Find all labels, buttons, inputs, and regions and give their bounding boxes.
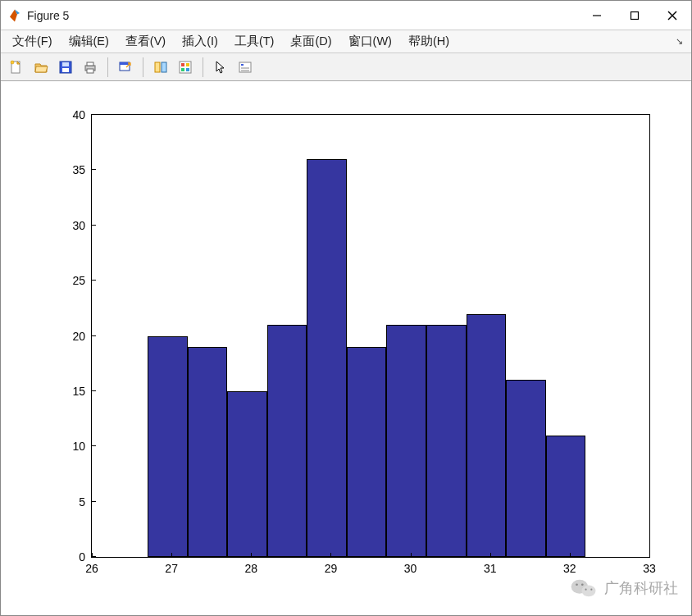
menu-desktop[interactable]: 桌面(D) [282, 32, 339, 51]
svg-point-27 [581, 586, 595, 597]
y-tick [91, 335, 96, 336]
x-tick [92, 553, 93, 558]
y-tick-label: 10 [72, 440, 92, 453]
window-controls [578, 1, 691, 30]
pointer-icon[interactable] [210, 57, 231, 78]
svg-point-29 [581, 583, 584, 586]
y-tick [91, 390, 96, 391]
menu-bar: 文件(F) 编辑(E) 查看(V) 插入(I) 工具(T) 桌面(D) 窗口(W… [1, 30, 691, 53]
chart-bars [92, 115, 649, 557]
matlab-icon [7, 8, 22, 23]
chart-bar [386, 325, 426, 557]
figure-canvas[interactable]: 0510152025303540 2627282930313233 广角科研社 [1, 81, 691, 615]
svg-rect-1 [631, 11, 639, 19]
x-tick [411, 553, 412, 558]
menu-insert[interactable]: 插入(I) [174, 32, 226, 51]
y-tick-label: 35 [72, 163, 92, 176]
x-tick [490, 553, 491, 558]
figure-window: Figure 5 文件(F) 编辑(E) 查看(V) 插入(I) 工具(T) 桌… [0, 0, 692, 616]
y-tick-label: 15 [72, 385, 92, 398]
svg-point-30 [585, 589, 586, 591]
svg-rect-9 [62, 68, 69, 72]
svg-rect-16 [162, 62, 166, 72]
y-tick-label: 40 [72, 108, 92, 121]
link-brush-icon[interactable] [150, 57, 171, 78]
y-tick [91, 114, 96, 115]
svg-rect-20 [181, 68, 184, 71]
chart-bar [267, 325, 307, 557]
title-bar-left: Figure 5 [7, 8, 69, 23]
chart-axes: 0510152025303540 2627282930313233 [91, 114, 650, 558]
x-tick-label: 26 [85, 557, 98, 575]
title-bar: Figure 5 [1, 1, 691, 30]
x-tick [570, 553, 571, 558]
x-tick-label: 29 [325, 557, 338, 575]
chart-bar [148, 336, 188, 558]
menu-window[interactable]: 窗口(W) [340, 32, 400, 51]
menu-file[interactable]: 文件(F) [4, 32, 61, 51]
menu-help[interactable]: 帮助(H) [400, 32, 458, 51]
toolbar-separator [107, 57, 108, 77]
chart-bar [307, 159, 347, 557]
svg-point-6 [11, 61, 14, 64]
save-icon[interactable] [55, 57, 76, 78]
x-tick [330, 553, 331, 558]
chart-bar [546, 436, 586, 557]
x-tick-label: 27 [165, 557, 178, 575]
minimize-button[interactable] [578, 1, 616, 30]
x-tick-label: 33 [643, 557, 656, 575]
toolbar-separator [203, 57, 203, 77]
menu-expand-icon[interactable]: ↘ [671, 36, 688, 47]
insert-legend-icon[interactable] [234, 57, 256, 78]
menu-view[interactable]: 查看(V) [117, 32, 174, 51]
x-tick [251, 553, 252, 558]
close-button[interactable] [653, 1, 691, 30]
y-tick [91, 501, 96, 502]
y-tick-label: 20 [72, 330, 92, 343]
wechat-icon [570, 574, 598, 602]
y-tick-label: 30 [72, 219, 92, 232]
x-tick-label: 32 [563, 557, 576, 575]
x-tick-label: 30 [404, 557, 417, 575]
toolbar [1, 53, 691, 81]
print-icon[interactable] [80, 57, 101, 78]
chart-bar [188, 347, 228, 557]
watermark-label: 广角科研社 [604, 578, 678, 598]
menu-tools[interactable]: 工具(T) [226, 32, 283, 51]
x-tick [171, 553, 172, 558]
chart-bar [347, 347, 387, 557]
toolbar-separator [143, 57, 143, 77]
y-tick [91, 225, 96, 226]
y-tick-label: 5 [79, 495, 92, 509]
y-tick [91, 169, 96, 170]
chart-bar [506, 380, 546, 557]
watermark: 广角科研社 [570, 574, 678, 602]
chart-bar [467, 314, 507, 557]
svg-rect-12 [87, 69, 93, 73]
open-in-new-window-icon[interactable] [115, 57, 136, 78]
window-title: Figure 5 [27, 9, 69, 22]
svg-rect-23 [241, 64, 244, 66]
chart-bar [227, 391, 267, 557]
new-file-icon[interactable] [6, 57, 27, 78]
svg-rect-8 [62, 62, 69, 66]
svg-rect-21 [186, 68, 189, 71]
open-file-icon[interactable] [30, 57, 52, 78]
menu-edit[interactable]: 编辑(E) [61, 32, 117, 51]
x-tick [649, 553, 650, 558]
svg-point-28 [576, 583, 578, 586]
svg-rect-15 [155, 62, 160, 72]
y-tick [91, 280, 96, 281]
y-tick [91, 445, 96, 446]
svg-rect-11 [87, 62, 93, 66]
x-tick-label: 31 [484, 557, 497, 575]
maximize-button[interactable] [616, 1, 653, 30]
svg-rect-18 [181, 63, 184, 66]
svg-point-31 [590, 589, 592, 591]
svg-rect-19 [186, 63, 189, 66]
x-tick-label: 28 [244, 557, 257, 575]
brush-icon[interactable] [175, 57, 196, 78]
chart-bar [426, 325, 467, 557]
y-tick-label: 25 [72, 274, 92, 287]
